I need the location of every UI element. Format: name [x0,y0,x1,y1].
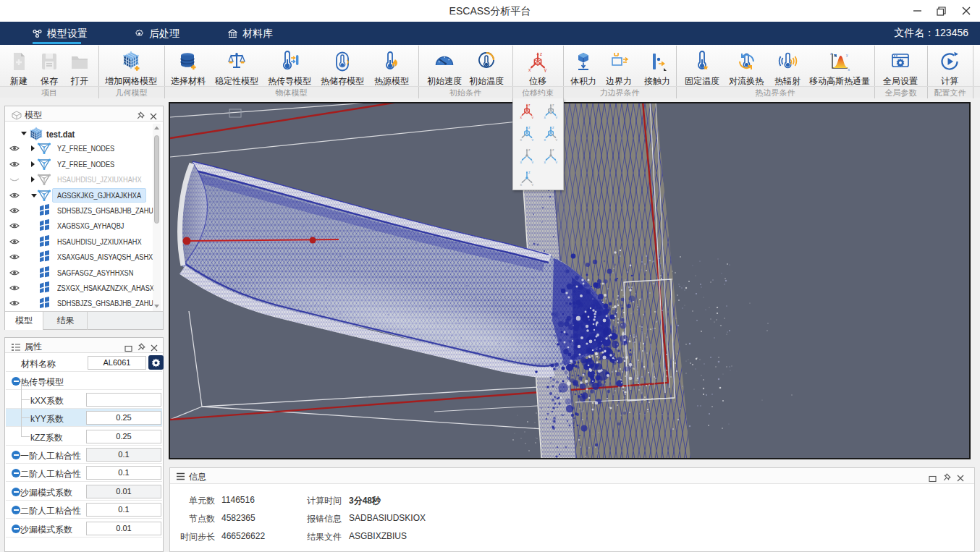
svg-text:y: y [556,115,558,119]
svg-text:z: z [528,170,531,174]
svg-text:z: z [540,51,543,56]
svg-text:y: y [532,115,534,119]
svg-text:y: y [556,160,558,164]
svg-text:y: y [532,160,534,164]
svg-text:z: z [528,148,531,152]
svg-text:z: z [528,125,531,129]
svg-text:y: y [544,67,547,72]
svg-text:y: y [532,182,534,187]
svg-text:y: y [532,137,534,142]
svg-text:z: z [552,125,554,129]
svg-text:z: z [552,103,554,107]
svg-text:x: x [848,67,850,72]
svg-text:x: x [528,67,531,72]
svg-text:z: z [528,103,531,107]
svg-text:y: y [556,137,558,142]
svg-text:z: z [552,148,554,152]
svg-text:y: y [846,53,848,57]
